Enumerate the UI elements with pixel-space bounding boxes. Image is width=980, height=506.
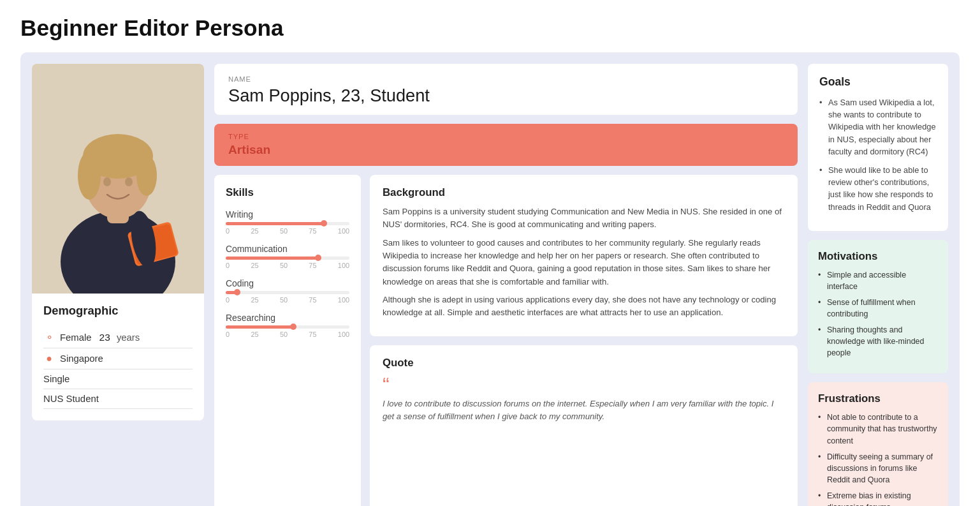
skill-item: Coding 0255075100: [226, 278, 349, 304]
background-paragraphs: Sam Poppins is a university student stud…: [383, 205, 785, 320]
motivations-title: Motivations: [818, 250, 938, 263]
demo-occupation-row: NUS Student: [43, 389, 193, 409]
name-label: NAME: [228, 75, 784, 83]
motivations-list: Simple and accessible interfaceSense of …: [818, 269, 938, 359]
skill-bar-fill: [226, 222, 325, 225]
background-paragraph: Although she is adept in using various a…: [383, 294, 785, 320]
svg-point-6: [136, 155, 157, 196]
demo-location: Singapore: [60, 353, 103, 364]
demo-gender: Female: [60, 332, 92, 343]
goals-card: Goals As Sam used Wikipedia a lot, she w…: [808, 64, 948, 231]
type-label: TYPE: [228, 133, 784, 140]
type-card: TYPE Artisan: [214, 124, 798, 166]
demographic-title: Demographic: [43, 304, 193, 318]
quote-card: Quote “ I love to contribute to discussi…: [370, 345, 798, 506]
quote-open-icon: “: [383, 375, 785, 395]
skills-container: Writing 0255075100 Communication 0255075…: [226, 209, 349, 338]
skill-name: Communication: [226, 244, 349, 254]
skill-name: Writing: [226, 209, 349, 220]
frustration-item: Difficulty seeing a summary of discussio…: [818, 451, 938, 486]
skills-bg-row: Skills Writing 0255075100 Communication …: [214, 175, 798, 506]
background-title: Background: [383, 186, 785, 199]
skill-name: Coding: [226, 278, 349, 288]
motivation-item: Sharing thoughts and knowledge with like…: [818, 324, 938, 359]
frustrations-card: Frustrations Not able to contribute to a…: [808, 382, 948, 506]
left-column: Demographic ⚬ Female 23 years ● Singapor…: [32, 64, 204, 506]
skill-bar-fill: [226, 325, 294, 329]
right-column: Goals As Sam used Wikipedia a lot, she w…: [808, 64, 948, 506]
page-title: Beginner Editor Persona: [20, 15, 960, 41]
frustration-item: Not able to contribute to a community th…: [818, 412, 938, 446]
avatar-box: [32, 64, 204, 294]
background-card: Background Sam Poppins is a university s…: [370, 175, 798, 336]
bg-quote-column: Background Sam Poppins is a university s…: [370, 175, 798, 506]
skill-bar-bg: [226, 257, 349, 260]
motivations-card: Motivations Simple and accessible interf…: [808, 240, 948, 374]
demo-location-row: ● Singapore: [43, 348, 193, 369]
demo-occupation: NUS Student: [43, 394, 99, 404]
demo-status: Single: [43, 374, 69, 384]
svg-point-7: [103, 177, 111, 186]
goal-item: As Sam used Wikipedia a lot, she wants t…: [819, 96, 937, 158]
skill-bar-fill: [226, 291, 238, 294]
skills-card: Skills Writing 0255075100 Communication …: [214, 175, 361, 506]
location-icon: ●: [43, 353, 55, 364]
motivation-item: Simple and accessible interface: [818, 269, 938, 292]
motivation-item: Sense of fulfillment when contributing: [818, 297, 938, 320]
demo-age: 23: [99, 332, 110, 343]
skill-name: Researching: [226, 313, 349, 323]
skill-scale: 0255075100: [226, 227, 349, 235]
skill-item: Researching 0255075100: [226, 313, 349, 338]
quote-title: Quote: [383, 357, 785, 369]
skill-bar-bg: [226, 222, 349, 225]
svg-point-5: [78, 151, 101, 200]
skill-item: Communication 0255075100: [226, 244, 349, 269]
quote-text: I love to contribute to discussion forum…: [383, 398, 785, 424]
svg-point-8: [125, 177, 133, 186]
skill-scale: 0255075100: [226, 296, 349, 304]
frustrations-list: Not able to contribute to a community th…: [818, 412, 938, 506]
person-icon: ⚬: [43, 331, 55, 343]
skill-item: Writing 0255075100: [226, 209, 349, 235]
name-value: Sam Poppins, 23, Student: [228, 86, 784, 106]
demographic-box: Demographic ⚬ Female 23 years ● Singapor…: [32, 294, 204, 420]
skills-title: Skills: [226, 186, 349, 199]
skill-bar-fill: [226, 257, 319, 260]
frustration-item: Extreme bias in existing discussion foru…: [818, 490, 938, 506]
name-card: NAME Sam Poppins, 23, Student: [214, 64, 798, 115]
demo-age-unit: years: [117, 332, 140, 343]
demo-gender-row: ⚬ Female 23 years: [43, 327, 193, 348]
main-container: Demographic ⚬ Female 23 years ● Singapor…: [20, 52, 960, 506]
type-value: Artisan: [228, 143, 784, 157]
avatar-image: [32, 64, 204, 294]
skill-scale: 0255075100: [226, 262, 349, 269]
background-paragraph: Sam likes to volunteer to good causes an…: [383, 237, 785, 288]
goals-title: Goals: [819, 75, 937, 89]
goals-list: As Sam used Wikipedia a lot, she wants t…: [819, 96, 937, 213]
goal-item: She would like to be able to review othe…: [819, 164, 937, 213]
skill-scale: 0255075100: [226, 331, 349, 338]
skill-bar-bg: [226, 291, 349, 294]
middle-column: NAME Sam Poppins, 23, Student TYPE Artis…: [214, 64, 798, 506]
skill-bar-bg: [226, 325, 349, 329]
frustrations-title: Frustrations: [818, 392, 938, 405]
demo-status-row: Single: [43, 369, 193, 389]
background-paragraph: Sam Poppins is a university student stud…: [383, 205, 785, 232]
